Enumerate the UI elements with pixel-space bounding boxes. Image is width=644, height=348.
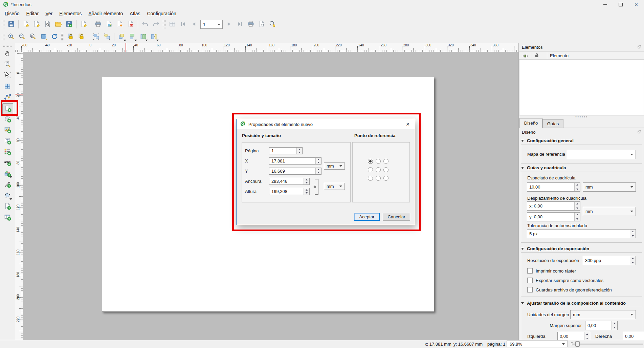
dialog-close-button[interactable] <box>401 119 415 129</box>
reference-point-radio-0[interactable] <box>368 159 373 164</box>
margin-right-spinbox[interactable]: 0,00 <box>623 332 644 340</box>
reference-point-radio-1[interactable] <box>376 159 381 164</box>
zoom-out-button[interactable] <box>17 32 27 42</box>
print-layout-button[interactable] <box>93 19 103 29</box>
menu-diseno[interactable]: Diseño <box>1 10 23 17</box>
atlas-page-combo[interactable]: 1 <box>200 20 223 29</box>
section-general[interactable]: Configuración general <box>521 138 574 143</box>
move-content-tool-button[interactable] <box>2 82 13 92</box>
atlas-last-button[interactable] <box>235 19 245 29</box>
toolbar-drag-handle[interactable] <box>2 20 4 28</box>
atlas-next-button[interactable] <box>224 19 234 29</box>
menu-elementos[interactable]: Elementos <box>56 10 85 17</box>
atlas-print-button[interactable] <box>246 19 256 29</box>
reference-map-combo[interactable] <box>567 150 636 159</box>
cancel-button[interactable]: Cancelar <box>383 213 410 221</box>
snap-tolerance-spinbox[interactable]: 5 px <box>527 229 636 238</box>
margin-units-combo[interactable]: mm <box>570 310 636 319</box>
lock-aspect-ratio-icon[interactable] <box>312 184 318 190</box>
panel-splitter[interactable]: ●●●●●● <box>519 115 644 118</box>
distribute-items-button[interactable] <box>138 32 148 42</box>
zoom-in-button[interactable] <box>6 32 16 42</box>
select-move-tool-button[interactable] <box>2 70 13 81</box>
undo-button[interactable] <box>140 19 150 29</box>
zoom-level-combo[interactable]: 69.8% <box>507 341 568 347</box>
accept-button[interactable]: Aceptar <box>354 213 380 221</box>
checkbox-0[interactable] <box>527 268 533 274</box>
section-resize[interactable]: Ajustar tamaño de la composición al cont… <box>521 301 626 306</box>
menu-anadir-elemento[interactable]: Añadir elemento <box>85 10 126 17</box>
add-label-tool-button[interactable]: T <box>2 136 13 146</box>
maximize-button[interactable] <box>613 0 628 9</box>
unlock-items-button[interactable] <box>76 32 87 42</box>
checkbox-2[interactable] <box>527 287 533 292</box>
open-template-button[interactable] <box>53 19 63 29</box>
tab-diseno[interactable]: Diseño <box>519 118 542 128</box>
atlas-export-button[interactable] <box>257 19 267 29</box>
width-spinbox[interactable]: 283,446 <box>269 178 310 185</box>
zoom-full-button[interactable] <box>39 32 49 42</box>
margin-top-spinbox[interactable]: 0,00 <box>585 321 618 330</box>
reference-point-radio-7[interactable] <box>376 176 381 181</box>
ungroup-items-button[interactable] <box>102 32 112 42</box>
reference-point-radio-6[interactable] <box>368 176 373 181</box>
add-shape-tool-button[interactable] <box>2 169 13 179</box>
toolbar-drag-handle[interactable] <box>2 33 4 41</box>
toolbar-drag-handle[interactable] <box>163 20 165 28</box>
new-layout-button[interactable] <box>21 19 31 29</box>
export-image-button[interactable] <box>104 19 114 29</box>
redo-button[interactable] <box>151 19 161 29</box>
undock-icon[interactable] <box>637 130 642 135</box>
close-button[interactable] <box>628 0 644 9</box>
xy-units-combo[interactable]: mm <box>324 162 345 170</box>
zoom-slider-track[interactable] <box>572 344 643 345</box>
grid-spacing-spinbox[interactable]: 10,00 <box>527 182 580 192</box>
add-arrow-tool-button[interactable] <box>2 179 13 190</box>
atlas-prev-button[interactable] <box>189 19 199 29</box>
add-html-tool-button[interactable]: </> <box>2 201 13 212</box>
atlas-first-button[interactable] <box>178 19 188 29</box>
add-map-tool-button[interactable] <box>2 103 13 114</box>
menu-configuracion[interactable]: Configuración <box>143 10 179 17</box>
resize-items-button[interactable] <box>149 32 159 42</box>
reference-point-radio-5[interactable] <box>383 167 388 172</box>
duplicate-layout-button[interactable] <box>31 19 42 29</box>
x-spinbox[interactable]: 17,881 <box>269 157 321 165</box>
add-3d-map-tool-button[interactable] <box>2 114 13 124</box>
toolbar-drag-handle[interactable] <box>61 33 64 41</box>
atlas-settings-button[interactable] <box>267 19 277 29</box>
lock-items-button[interactable] <box>66 32 76 42</box>
elements-list[interactable] <box>519 59 644 115</box>
atlas-preview-button[interactable] <box>167 19 177 29</box>
export-resolution-spinbox[interactable]: 300.ppp <box>583 256 636 265</box>
section-guides-grid[interactable]: Guías y cuadrícula <box>521 165 566 170</box>
align-items-button[interactable] <box>127 32 137 42</box>
reference-point-radio-2[interactable] <box>383 159 388 164</box>
menu-editar[interactable]: Editar <box>23 10 42 17</box>
add-picture-tool-button[interactable] <box>2 125 13 135</box>
add-table-tool-button[interactable] <box>2 212 13 222</box>
save-project-button[interactable] <box>6 19 16 29</box>
size-units-combo[interactable]: mm <box>324 183 345 190</box>
grid-offset-y-spinbox[interactable]: y: 0,00 <box>527 212 580 221</box>
menu-atlas[interactable]: Atlas <box>126 10 143 17</box>
height-spinbox[interactable]: 199,208 <box>269 188 310 195</box>
toolbox-drag-handle[interactable] <box>3 44 12 47</box>
page-spin-buttons[interactable] <box>296 148 302 154</box>
dialog-titlebar[interactable]: Propiedades del elemento nuevo <box>237 119 415 129</box>
tab-guias[interactable]: Guías <box>542 119 563 128</box>
grid-offset-units-combo[interactable]: mm <box>583 207 636 216</box>
export-svg-button[interactable] <box>115 19 125 29</box>
layout-manager-button[interactable] <box>42 19 52 29</box>
add-node-item-tool-button[interactable] <box>2 191 13 201</box>
menu-ver[interactable]: Ver <box>42 10 56 17</box>
margin-left-spinbox[interactable]: 0,00 <box>557 332 590 340</box>
zoom-actual-button[interactable]: 1:1 <box>28 32 38 42</box>
refresh-view-button[interactable] <box>49 32 60 42</box>
add-scalebar-tool-button[interactable] <box>2 158 13 168</box>
section-export[interactable]: Configuración de exportación <box>521 246 589 251</box>
add-pages-button[interactable] <box>79 19 89 29</box>
edit-nodes-tool-button[interactable] <box>2 92 13 103</box>
add-legend-tool-button[interactable] <box>2 147 13 157</box>
zoom-tool-button[interactable] <box>2 60 13 70</box>
